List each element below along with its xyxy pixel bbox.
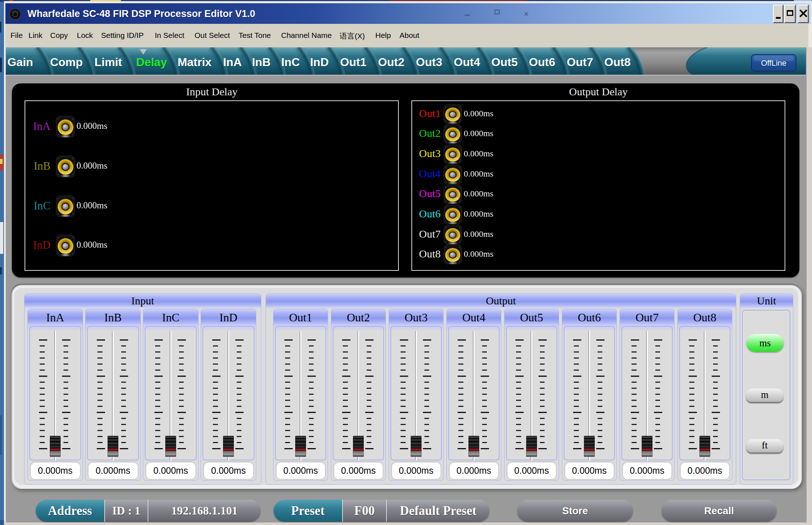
svg-text:InC: InC: [281, 56, 300, 69]
svg-text:Out6: Out6: [529, 56, 555, 69]
svg-text:InA: InA: [223, 56, 242, 69]
svg-text:Delay: Delay: [136, 56, 167, 69]
svg-text:Out5: Out5: [492, 56, 518, 69]
svg-text:InD: InD: [310, 56, 329, 69]
svg-text:Out3: Out3: [416, 56, 442, 69]
svg-text:InB: InB: [252, 56, 271, 69]
svg-text:Out2: Out2: [378, 56, 405, 69]
svg-text:Matrix: Matrix: [178, 56, 211, 69]
svg-text:Out1: Out1: [340, 56, 367, 69]
svg-text:Gain: Gain: [7, 56, 33, 69]
svg-text:Out4: Out4: [454, 56, 480, 69]
svg-text:Comp: Comp: [50, 56, 83, 69]
svg-text:OffLine: OffLine: [761, 58, 787, 68]
svg-text:Out8: Out8: [604, 56, 631, 69]
svg-text:Out7: Out7: [567, 56, 593, 69]
svg-text:Limit: Limit: [95, 56, 122, 69]
